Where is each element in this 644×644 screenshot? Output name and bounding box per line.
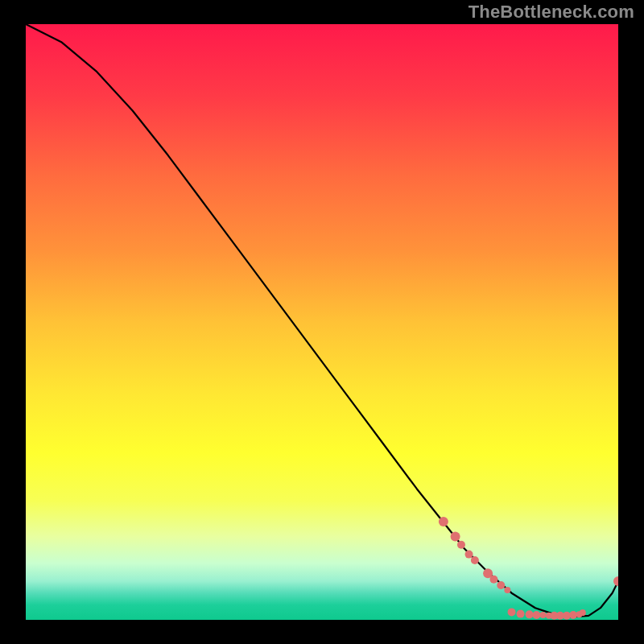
chart-marker — [504, 587, 510, 593]
chart-marker — [451, 531, 460, 541]
chart-marker — [465, 551, 473, 559]
chart-marker — [471, 556, 479, 564]
chart-marker — [457, 541, 465, 549]
chart-svg — [26, 24, 618, 620]
chart-marker — [526, 610, 534, 618]
chart-frame: TheBottleneck.com — [0, 0, 644, 644]
chart-marker — [580, 609, 586, 616]
chart-marker — [508, 608, 516, 616]
chart-marker — [439, 517, 448, 526]
gradient-background — [26, 24, 618, 620]
chart-marker — [532, 611, 540, 619]
chart-marker — [517, 610, 525, 618]
watermark-text: TheBottleneck.com — [469, 2, 634, 23]
chart-plot — [26, 24, 618, 620]
chart-marker — [497, 581, 505, 589]
chart-marker — [489, 576, 497, 584]
chart-marker — [540, 612, 547, 618]
